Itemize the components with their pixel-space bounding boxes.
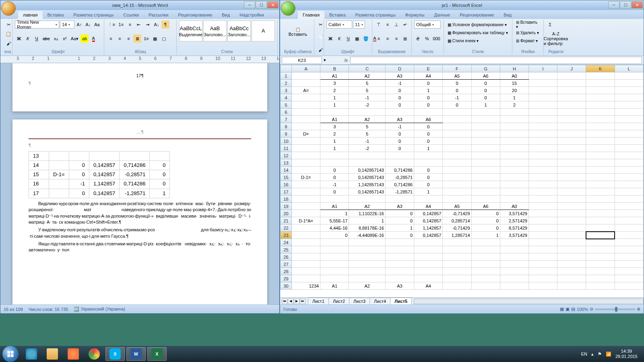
cell[interactable] bbox=[615, 232, 643, 239]
cell[interactable]: 3,571429 bbox=[500, 210, 528, 217]
cell[interactable] bbox=[471, 181, 500, 188]
cell[interactable] bbox=[292, 246, 320, 253]
cell[interactable] bbox=[615, 181, 643, 188]
cell[interactable]: A2 bbox=[349, 203, 385, 210]
style-button[interactable]: ▦ Условное форматирование ▾ bbox=[446, 21, 508, 29]
cell[interactable] bbox=[500, 246, 528, 253]
cell-button[interactable]: ⊞ Формат ▾ bbox=[515, 37, 539, 45]
sort-filter-button[interactable]: A↓ZСортировка и фильтр bbox=[546, 31, 566, 47]
row-header[interactable]: 24 bbox=[281, 239, 292, 246]
cell[interactable] bbox=[529, 138, 557, 145]
cell[interactable] bbox=[615, 188, 643, 195]
cell[interactable]: 3,571429 bbox=[500, 232, 528, 239]
cell[interactable] bbox=[292, 167, 320, 174]
copy-button[interactable]: 📋 bbox=[4, 30, 12, 38]
cell[interactable]: 0 bbox=[471, 87, 500, 94]
cell[interactable] bbox=[529, 210, 557, 217]
cell[interactable] bbox=[615, 101, 643, 109]
cell[interactable] bbox=[349, 268, 385, 275]
cell[interactable] bbox=[615, 159, 643, 167]
cell[interactable]: 0 bbox=[414, 80, 443, 87]
view-layout-button[interactable]: ▣ bbox=[566, 306, 570, 312]
cell[interactable]: A1 bbox=[320, 203, 349, 210]
cell[interactable]: 1 bbox=[414, 145, 443, 152]
wrap-text-button[interactable]: ↵ bbox=[401, 21, 409, 29]
cell[interactable]: 0 bbox=[471, 80, 500, 87]
cell[interactable] bbox=[557, 167, 586, 174]
cell[interactable] bbox=[615, 195, 643, 203]
cell[interactable]: 2,571429 bbox=[500, 217, 528, 224]
cell-button[interactable]: ⊞ Вставить ▾ bbox=[515, 21, 541, 29]
cell[interactable] bbox=[529, 203, 557, 210]
underline-button[interactable]: Ч bbox=[33, 35, 41, 43]
cell[interactable] bbox=[529, 101, 557, 109]
tray-action-icon[interactable]: ⚑ bbox=[598, 352, 602, 357]
cell[interactable] bbox=[529, 268, 557, 275]
sheet-nav-next[interactable]: ▶ bbox=[294, 298, 299, 304]
cell[interactable] bbox=[471, 109, 500, 116]
cell[interactable] bbox=[529, 72, 557, 80]
taskbar-media[interactable] bbox=[64, 347, 83, 361]
style-box[interactable]: AaBЗаголово... bbox=[203, 21, 227, 41]
cell[interactable] bbox=[414, 152, 443, 159]
align-bot-button[interactable]: ⊥ bbox=[392, 21, 400, 29]
taskbar-ie[interactable] bbox=[22, 347, 41, 361]
row-header[interactable]: 30 bbox=[281, 282, 292, 290]
cell[interactable]: 0 bbox=[471, 94, 500, 101]
cell[interactable]: 0 bbox=[471, 224, 500, 232]
taskbar-excel[interactable]: X bbox=[147, 347, 167, 361]
cell[interactable]: -1 bbox=[320, 181, 349, 188]
cell[interactable]: 1 bbox=[320, 101, 349, 109]
ribbon-tab[interactable]: Главная bbox=[298, 11, 324, 19]
zoom-in-button[interactable]: ⊕ bbox=[637, 306, 640, 312]
font-name-select[interactable]: Calibri bbox=[326, 21, 352, 29]
cell[interactable] bbox=[586, 261, 615, 268]
fx-icon[interactable]: fx bbox=[342, 58, 350, 63]
cell[interactable] bbox=[320, 246, 349, 253]
cell[interactable] bbox=[292, 188, 320, 195]
sheet-nav-last[interactable]: ⏭ bbox=[300, 298, 305, 304]
font-size-select[interactable]: 11 bbox=[353, 21, 365, 29]
cell[interactable]: 1 bbox=[471, 101, 500, 109]
cell[interactable] bbox=[320, 253, 349, 261]
ribbon-tab[interactable]: Рецензирование bbox=[173, 11, 217, 19]
minimize-button[interactable]: ─ bbox=[608, 1, 619, 8]
cell[interactable] bbox=[586, 80, 615, 87]
cell[interactable]: 0 bbox=[471, 210, 500, 217]
column-header[interactable]: I bbox=[529, 65, 557, 72]
row-header[interactable]: 23 bbox=[281, 232, 292, 239]
cell[interactable] bbox=[471, 116, 500, 123]
cell[interactable]: 4,44E-16 bbox=[320, 224, 349, 232]
cell[interactable] bbox=[320, 275, 349, 282]
row-header[interactable]: 18 bbox=[281, 195, 292, 203]
cell[interactable]: 0 bbox=[385, 145, 414, 152]
shrink-font-button[interactable]: A↓ bbox=[84, 21, 92, 29]
cell[interactable]: -1 bbox=[349, 138, 385, 145]
cell[interactable] bbox=[320, 152, 349, 159]
row-header[interactable]: 19 bbox=[281, 203, 292, 210]
cell[interactable] bbox=[586, 72, 615, 80]
cell[interactable]: -1 bbox=[385, 80, 414, 87]
cell[interactable]: 0 bbox=[414, 130, 443, 138]
cell[interactable] bbox=[586, 268, 615, 275]
sheet-tab[interactable]: Лист5 bbox=[390, 298, 412, 304]
align-right-button[interactable]: ≡ bbox=[124, 35, 132, 43]
cell[interactable]: 0 bbox=[443, 87, 471, 94]
cell[interactable] bbox=[586, 195, 615, 203]
cell[interactable]: 0 bbox=[414, 94, 443, 101]
cell[interactable] bbox=[443, 145, 471, 152]
row-header[interactable]: 11 bbox=[281, 145, 292, 152]
cell[interactable]: -0,71429 bbox=[443, 224, 471, 232]
excel-grid[interactable]: ABCDEFGHIJKL1A1A2A3A4A5A6A0235-1000153A=… bbox=[280, 65, 644, 290]
indent-inc-button[interactable]: ⇥ bbox=[144, 21, 152, 29]
cell[interactable]: A0 bbox=[500, 203, 528, 210]
cell[interactable] bbox=[414, 261, 443, 268]
cell[interactable] bbox=[615, 224, 643, 232]
cell[interactable] bbox=[586, 282, 615, 290]
sheet-nav-first[interactable]: ⏮ bbox=[282, 298, 287, 304]
cell[interactable] bbox=[586, 217, 615, 224]
taskbar-chrome[interactable] bbox=[85, 347, 104, 361]
cell[interactable] bbox=[443, 116, 471, 123]
grow-font-button[interactable]: A↑ bbox=[75, 21, 83, 29]
cell[interactable] bbox=[292, 152, 320, 159]
